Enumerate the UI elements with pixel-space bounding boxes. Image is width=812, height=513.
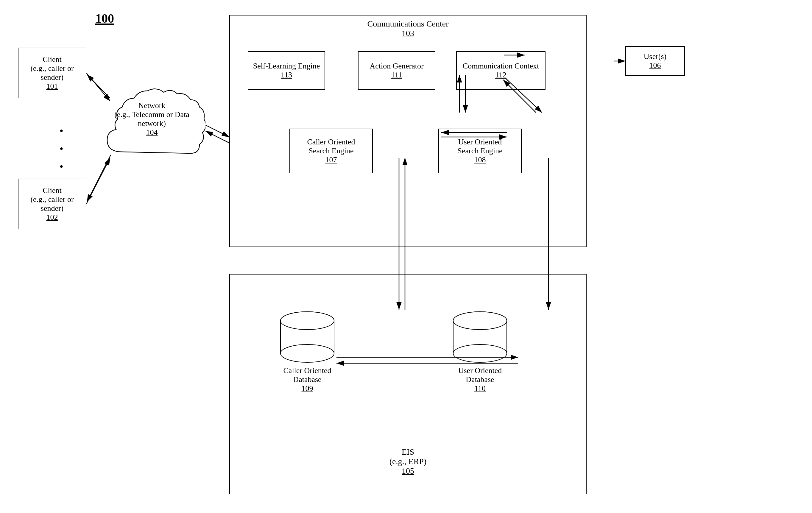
network-cloud: Network (e.g., Telecomm or Data network)…	[98, 78, 205, 176]
client2-line3: sender)	[41, 204, 64, 213]
dots: • • •	[60, 122, 63, 176]
svg-point-10	[453, 344, 507, 362]
caller-db-container: Caller Oriented Database 109	[278, 310, 337, 393]
client2-ref: 102	[47, 213, 58, 222]
caller-db-label: Caller Oriented Database 109	[284, 366, 331, 393]
network-line2: (e.g., Telecomm or Data	[110, 110, 194, 119]
eis-ref: 105	[230, 466, 586, 476]
caller-search-line2: Search Engine	[309, 146, 354, 155]
comm-context-ref: 112	[495, 70, 506, 80]
users-label: User(s)	[644, 52, 667, 61]
client1-line1: Client	[42, 55, 62, 64]
main-title: 100	[95, 11, 114, 26]
self-learning-ref: 113	[281, 70, 292, 80]
client2-line1: Client	[42, 186, 62, 195]
client1-box: Client (e.g., caller or sender) 101	[18, 48, 86, 98]
self-learning-box: Self-Learning Engine 113	[248, 51, 325, 90]
caller-search-line1: Caller Oriented	[307, 138, 355, 146]
eis-box: EIS (e.g., ERP) 105 Caller Oriented Data…	[229, 274, 587, 494]
client2-box: Client (e.g., caller or sender) 102	[18, 179, 86, 229]
eis-label: EIS	[230, 447, 586, 457]
action-generator-box: Action Generator 111	[358, 51, 435, 90]
user-search-ref: 108	[474, 155, 486, 164]
comm-context-label: Communication Context	[463, 62, 539, 70]
client1-ref: 101	[47, 82, 58, 91]
client2-line2: (e.g., caller or	[30, 195, 74, 204]
client1-line3: sender)	[41, 73, 64, 82]
svg-point-5	[281, 312, 334, 330]
svg-point-11	[453, 312, 507, 330]
user-db-label: User Oriented Database 110	[458, 366, 502, 393]
users-ref: 106	[649, 61, 661, 70]
user-search-line2: Search Engine	[458, 146, 503, 155]
client1-line2: (e.g., caller or	[30, 64, 74, 73]
user-search-line1: User Oriented	[458, 138, 502, 146]
caller-search-box: Caller Oriented Search Engine 107	[289, 129, 373, 173]
action-generator-label: Action Generator	[370, 62, 424, 70]
user-search-box: User Oriented Search Engine 108	[438, 129, 522, 173]
action-generator-ref: 111	[391, 70, 402, 80]
caller-search-ref: 107	[325, 155, 337, 164]
network-line1: Network	[110, 101, 194, 110]
comm-context-box: Communication Context 112	[456, 51, 546, 90]
comm-center-label: Communications Center	[230, 19, 586, 29]
svg-line-21	[205, 131, 229, 143]
self-learning-label: Self-Learning Engine	[253, 62, 320, 70]
user-db-container: User Oriented Database 110	[450, 310, 510, 393]
network-line3: network)	[110, 119, 194, 128]
svg-line-20	[205, 125, 229, 137]
users-box: User(s) 106	[625, 46, 685, 76]
comm-center-box: Communications Center 103 Self-Learning …	[229, 15, 587, 247]
svg-point-4	[281, 344, 334, 362]
network-ref: 104	[110, 128, 194, 137]
eis-line2: (e.g., ERP)	[230, 457, 586, 466]
comm-center-ref: 103	[230, 29, 586, 38]
